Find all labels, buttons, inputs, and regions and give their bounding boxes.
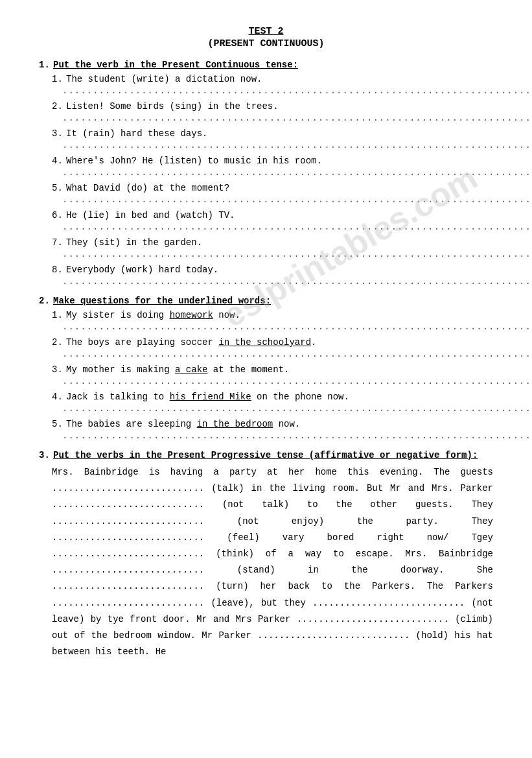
list-item: 3. It (rain) hard these days. ..........… — [52, 128, 493, 150]
section-1: 1. Put the verb in the Present Continuou… — [39, 60, 493, 287]
list-item: 1. My sister is doing homework now. ....… — [52, 310, 493, 332]
page-title: TEST 2 — [39, 26, 493, 37]
list-item: 6. He (lie) in bed and (watch) TV. .....… — [52, 210, 493, 232]
section-3-paragraph: Mrs. Bainbridge is having a party at her… — [39, 464, 493, 660]
list-item: 4. Where's John? He (listen) to music in… — [52, 156, 493, 178]
list-item: 7. They (sit) in the garden. ...........… — [52, 237, 493, 259]
section-1-num: 1. — [39, 60, 53, 70]
list-item: 5. What David (do) at the moment? ......… — [52, 183, 493, 205]
section-3: 3. Put the verbs in the Present Progress… — [39, 450, 493, 660]
list-item: 2. The boys are playing soccer in the sc… — [52, 337, 493, 359]
list-item: 3. My mother is making a cake at the mom… — [52, 364, 493, 386]
section-3-num: 3. — [39, 450, 53, 460]
list-item: 5. The babies are sleeping in the bedroo… — [52, 419, 493, 441]
section-2-num: 2. — [39, 296, 53, 306]
section-2-heading: Make questions for the underlined words: — [53, 296, 271, 306]
section-1-heading: Put the verb in the Present Continuous t… — [53, 60, 298, 70]
page-subtitle: (PRESENT CONTINUOUS) — [39, 38, 493, 49]
list-item: 8. Everybody (work) hard today. ........… — [52, 265, 493, 287]
section-3-heading: Put the verbs in the Present Progressive… — [53, 450, 478, 460]
list-item: 1. The student (write) a dictation now. … — [52, 74, 493, 96]
list-item: 4. Jack is talking to his friend Mike on… — [52, 392, 493, 414]
section-2: 2. Make questions for the underlined wor… — [39, 296, 493, 441]
list-item: 2. Listen! Some birds (sing) in the tree… — [52, 101, 493, 123]
